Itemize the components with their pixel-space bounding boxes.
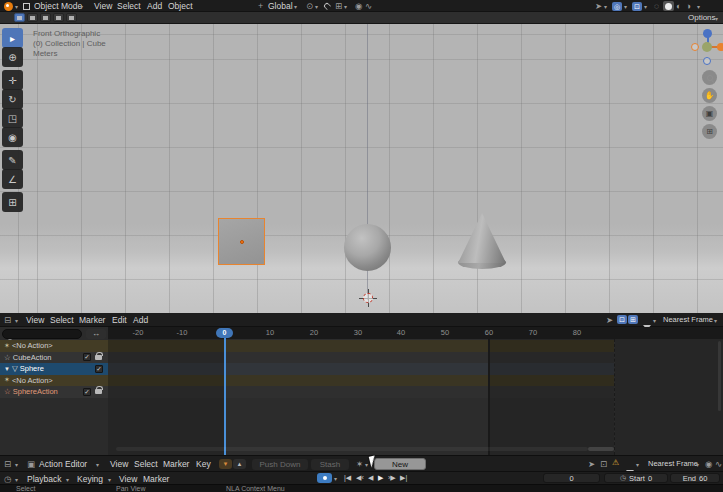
show-overlays-icon[interactable]: ◎ xyxy=(612,2,622,11)
mode-dropdown[interactable]: Object Mode xyxy=(34,0,82,12)
frame-ruler[interactable]: -20 -10 10 20 30 40 50 60 70 80 xyxy=(108,327,723,339)
ds-snap-dropdown[interactable]: Nearest Frame xyxy=(663,314,713,326)
ds-hide-icon[interactable]: ⊞ xyxy=(628,315,638,324)
overlays-caret[interactable]: ▾ xyxy=(624,3,627,10)
menu-add[interactable]: Add xyxy=(147,0,162,12)
channel-no-action-1[interactable]: ✶ <No Action> xyxy=(0,340,108,352)
ae-menu-key[interactable]: Key xyxy=(196,458,211,470)
vertical-scrollbar[interactable] xyxy=(718,341,721,411)
channel-lock-icon[interactable] xyxy=(95,389,102,394)
sphere-object[interactable] xyxy=(344,224,391,271)
channel-cubeaction[interactable]: ☆ CubeAction ✓ xyxy=(0,352,108,364)
tool-select-box[interactable]: ▸ xyxy=(2,28,23,48)
select-mode-extend-icon[interactable] xyxy=(27,13,38,22)
action-browse-caret[interactable]: ▾ xyxy=(365,461,368,468)
ae-falloff-icon[interactable]: ∿ xyxy=(715,458,722,470)
blender-logo-icon[interactable] xyxy=(4,2,13,11)
ds-selected-only-icon[interactable]: ⊡ xyxy=(617,315,627,324)
show-gizmo-icon[interactable]: ➤ xyxy=(595,0,602,12)
editor-mode-dropdown[interactable]: Action Editor xyxy=(39,458,87,470)
tool-transform[interactable]: ◉ xyxy=(2,127,23,147)
editor-type-icon[interactable]: ⊟ xyxy=(4,458,11,470)
select-mode-subtract-icon[interactable] xyxy=(40,13,51,22)
tl-menu-playback[interactable]: Playback xyxy=(27,473,62,485)
cube-object-selected[interactable] xyxy=(218,218,265,265)
channel-sphereaction[interactable]: ☆ SphereAction ✓ xyxy=(0,386,108,398)
ae-cursor-toggle-icon[interactable]: ➤ xyxy=(588,458,595,470)
ds-filter-caret[interactable]: ▾ xyxy=(653,317,656,324)
tl-menu-marker[interactable]: Marker xyxy=(143,473,169,485)
tl-menu-view[interactable]: View xyxy=(119,473,137,485)
ds-menu-select[interactable]: Select xyxy=(50,314,74,326)
playhead-line[interactable] xyxy=(224,337,226,455)
channel-enable-checkbox[interactable]: ✓ xyxy=(83,388,91,396)
end-frame-field[interactable]: End 60 xyxy=(670,473,720,483)
viewport-3d[interactable]: Front Orthographic (0) Collection | Cube… xyxy=(0,24,723,313)
next-keyframe-button[interactable]: ›▶ xyxy=(388,474,396,482)
ds-menu-add[interactable]: Add xyxy=(133,314,148,326)
shading-solid-icon[interactable] xyxy=(663,1,674,11)
gizmo-y-axis[interactable] xyxy=(702,42,712,52)
tool-annotate[interactable]: ✎ xyxy=(2,150,23,170)
gizmo-x-axis[interactable] xyxy=(717,43,723,51)
camera-view-icon[interactable]: ▣ xyxy=(702,106,717,121)
3d-cursor[interactable] xyxy=(362,292,374,304)
ae-select-box-icon[interactable]: ⊡ xyxy=(600,458,607,470)
push-down-button[interactable]: Push Down xyxy=(252,459,308,470)
prev-keyframe-button[interactable]: ◀‹ xyxy=(356,474,364,482)
current-frame-field[interactable]: 0 xyxy=(543,473,600,483)
channel-enable-checkbox[interactable]: ✓ xyxy=(95,365,103,373)
gizmo-caret[interactable]: ▾ xyxy=(604,3,607,10)
ds-menu-edit[interactable]: Edit xyxy=(112,314,127,326)
menu-object[interactable]: Object xyxy=(168,0,193,12)
falloff-curve-icon[interactable]: ∿ xyxy=(365,0,372,12)
app-menu-caret[interactable]: ▾ xyxy=(15,3,18,10)
action-browse-icon[interactable]: ✶ xyxy=(356,458,363,470)
tool-scale[interactable]: ◳ xyxy=(2,108,23,128)
ds-menu-view[interactable]: View xyxy=(26,314,44,326)
ortho-toggle-icon[interactable]: ⊞ xyxy=(702,124,717,139)
gizmo-z-axis[interactable] xyxy=(703,29,712,38)
ae-proportional-icon[interactable]: ◉ xyxy=(705,458,712,470)
cone-object[interactable] xyxy=(458,213,506,271)
expander-icon[interactable]: ▼ xyxy=(4,366,10,372)
snap-target-icon[interactable]: ⊞ xyxy=(335,0,342,12)
channel-lock-icon[interactable] xyxy=(95,355,102,360)
shading-caret[interactable]: ▾ xyxy=(697,3,700,10)
gizmo-z-neg-axis[interactable] xyxy=(703,57,711,65)
ae-filter-caret[interactable]: ▾ xyxy=(636,461,639,468)
jump-to-start-button[interactable]: |◀ xyxy=(344,474,351,482)
shading-rendered-icon[interactable]: ◑ xyxy=(686,0,691,12)
menu-view[interactable]: View xyxy=(94,0,112,12)
menu-select[interactable]: Select xyxy=(117,0,141,12)
stash-button[interactable]: Stash xyxy=(311,459,349,470)
move-channel-up-button[interactable]: ▲ xyxy=(233,459,246,469)
zoom-view-icon[interactable] xyxy=(702,70,717,85)
move-channel-down-button[interactable]: ▼ xyxy=(219,459,232,469)
orientation-dropdown[interactable]: Global xyxy=(268,0,293,12)
tool-cursor[interactable]: ⊕ xyxy=(2,47,23,67)
pan-view-icon[interactable]: ✋ xyxy=(702,88,717,103)
shading-material-icon[interactable]: ◐ xyxy=(676,0,681,12)
timeline-editor-icon[interactable]: ◷ xyxy=(4,473,11,485)
select-mode-set-icon[interactable] xyxy=(14,13,25,22)
new-action-button[interactable]: New xyxy=(374,458,426,470)
channel-search-field[interactable] xyxy=(2,329,82,339)
gizmo-x-neg-axis[interactable] xyxy=(691,43,699,51)
tool-measure[interactable]: ∠ xyxy=(2,169,23,189)
channel-no-action-2[interactable]: ✶ <No Action> xyxy=(0,375,108,387)
tool-move[interactable]: ✛ xyxy=(2,70,23,90)
navigation-gizmo[interactable] xyxy=(692,31,723,63)
tool-add-cube[interactable]: ⊞ xyxy=(2,192,23,212)
play-button[interactable]: ▶ xyxy=(378,474,383,482)
pivot-icon[interactable]: ⊙ xyxy=(306,0,313,12)
xray-caret[interactable]: ▾ xyxy=(644,3,647,10)
ae-snap-dropdown[interactable]: Nearest Frame xyxy=(648,458,698,470)
horizontal-scrollbar[interactable] xyxy=(116,447,588,451)
channel-sphere[interactable]: ▼ ▽ Sphere ✓ xyxy=(0,363,108,375)
select-mode-intersect-icon[interactable] xyxy=(66,13,77,22)
editor-type-caret[interactable]: ▾ xyxy=(15,461,18,468)
dopesheet-keyframe-area[interactable]: -20 -10 10 20 30 40 50 60 70 80 0 xyxy=(108,327,723,455)
select-mode-invert-icon[interactable] xyxy=(53,13,64,22)
shading-wireframe-icon[interactable]: ◌ xyxy=(654,0,659,12)
